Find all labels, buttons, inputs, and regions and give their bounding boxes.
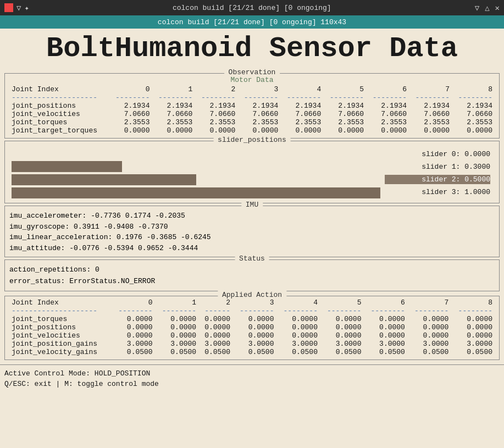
pin-icon[interactable]: ✦	[24, 3, 29, 13]
cell-3: 2.3553	[237, 118, 280, 126]
slider-bar-3	[12, 187, 380, 198]
cell-6: 2.3553	[366, 118, 409, 126]
cell-4: 3.0000	[276, 340, 319, 348]
win-minimize-icon[interactable]: ▽	[475, 3, 479, 13]
cell-8: 7.0660	[452, 110, 495, 118]
cell-8: 0.0000	[451, 331, 495, 340]
cell-7: 0.0000	[409, 126, 452, 135]
title-bar: ▽ ✦ colcon build [21/21 done] [0 ongoing…	[0, 0, 504, 15]
table-row: joint_velocities0.00000.00000.00000.0000…	[9, 331, 495, 340]
cell-0: 0.0000	[109, 126, 152, 135]
cell-5: 0.0000	[323, 126, 366, 135]
cell-5: 0.0000	[320, 323, 363, 331]
col-0: 0	[109, 85, 152, 93]
imu-line: imu_attitude: -0.0776 -0.5394 0.9652 -0.…	[9, 243, 495, 254]
table-row: joint_torques2.35532.35532.35532.35532.3…	[9, 118, 495, 126]
slider-fill-1	[12, 161, 122, 172]
applied-action-table: Joint Index 0 1 2 3 4 5 6 7 8 ----------…	[9, 298, 495, 356]
cell-1: 3.0000	[155, 340, 198, 348]
cell-3: 0.0500	[232, 348, 276, 356]
slider-label-3: slider 3: 1.0000	[385, 187, 490, 197]
status-label: Status	[235, 255, 269, 263]
cell-1: 2.3553	[152, 118, 195, 126]
window-right-icons: ▽ △ ✕	[475, 3, 500, 13]
aa-sep-row: -------------------- -------- -------- -…	[9, 307, 495, 315]
row-name: joint_torques	[9, 315, 111, 323]
cell-1: 0.0000	[155, 323, 198, 331]
minimize-icon[interactable]: ▽	[16, 3, 21, 13]
cell-7: 0.0000	[407, 315, 451, 323]
imu-line: imu_linear_acceleration: 0.1976 -0.3685 …	[9, 232, 495, 243]
cell-1: 0.0000	[155, 315, 198, 323]
row-name: joint_torques	[9, 118, 109, 126]
aa-col-joint-index: Joint Index	[9, 298, 111, 307]
cell-1: 0.0500	[155, 348, 198, 356]
cell-7: 0.0500	[407, 348, 451, 356]
row-name: joint_position_gains	[9, 340, 111, 348]
cell-3: 0.0000	[232, 331, 276, 340]
cell-5: 7.0660	[323, 110, 366, 118]
win-maximize-icon[interactable]: △	[485, 3, 489, 13]
status-section: Status action_repetitions: 0error_status…	[4, 259, 500, 291]
status-line: error_status: ErrorStatus.NO_ERROR	[9, 276, 495, 287]
cell-0: 0.0500	[111, 348, 154, 356]
footer: Active Control Mode: HOLD_POSITION Q/ESC…	[0, 364, 504, 391]
win-close-icon[interactable]: ✕	[495, 3, 500, 13]
page-title: BoltHumanoid Sensor Data	[4, 31, 500, 68]
cell-4: 2.3553	[280, 118, 323, 126]
slider-label-2: slider 2: 0.5000	[385, 175, 490, 184]
cell-2: 0.0000	[198, 331, 232, 340]
cell-1: 7.0660	[152, 110, 195, 118]
cell-6: 0.0000	[363, 323, 407, 331]
footer-line1: Active Control Mode: HOLD_POSITION	[4, 368, 500, 379]
slider-fill-2	[12, 174, 196, 185]
aa-header-row: Joint Index 0 1 2 3 4 5 6 7 8	[9, 298, 495, 307]
observation-label: Observation	[224, 68, 280, 76]
col-6: 6	[366, 85, 409, 93]
cell-8: 2.3553	[452, 118, 495, 126]
imu-section: IMU imu_accelerometer: -0.7736 0.1774 -0…	[4, 206, 500, 257]
cell-4: 2.1934	[280, 102, 323, 110]
window-title: colcon build [21/21 done] [0 ongoing]	[29, 4, 475, 12]
cell-0: 0.0000	[111, 315, 154, 323]
table-row: joint_velocity_gains0.05000.05000.05000.…	[9, 348, 495, 356]
cell-4: 7.0660	[280, 110, 323, 118]
imu-label: IMU	[241, 201, 263, 209]
cell-8: 0.0000	[451, 323, 495, 331]
table-sep-row: -------------------- -------- -------- -…	[9, 93, 495, 102]
cell-5: 0.0500	[320, 348, 363, 356]
cell-5: 0.0000	[320, 331, 363, 340]
app-icon	[4, 3, 13, 12]
table-row: joint_positions0.00000.00000.00000.00000…	[9, 323, 495, 331]
cell-4: 0.0000	[276, 315, 319, 323]
subtitle-bar: colcon build [21/21 done] [0 ongoing] 11…	[0, 15, 504, 29]
cell-0: 7.0660	[109, 110, 152, 118]
cell-3: 2.1934	[237, 102, 280, 110]
status-line: action_repetitions: 0	[9, 264, 495, 276]
cell-5: 3.0000	[320, 340, 363, 348]
col-5: 5	[323, 85, 366, 93]
footer-line2: Q/ESC: exit | M: toggle control mode	[4, 379, 500, 390]
slider-bar-2	[12, 174, 380, 185]
table-row: joint_position_gains3.00003.00003.00003.…	[9, 340, 495, 348]
cell-8: 2.1934	[452, 102, 495, 110]
slider-bar-1	[12, 161, 380, 172]
col-8: 8	[452, 85, 495, 93]
cell-1: 0.0000	[155, 331, 198, 340]
motor-data-table: Joint Index 0 1 2 3 4 5 6 7 8 ----------…	[9, 85, 495, 135]
slider-fill-3	[12, 187, 380, 198]
cell-7: 0.0000	[407, 323, 451, 331]
slider-label-0: slider 0: 0.0000	[385, 150, 490, 159]
imu-line: imu_gyroscope: 0.3911 -0.9408 -0.7370	[9, 222, 495, 233]
cell-7: 2.3553	[409, 118, 452, 126]
cell-8: 3.0000	[451, 340, 495, 348]
cell-3: 7.0660	[237, 110, 280, 118]
cell-4: 0.0000	[276, 331, 319, 340]
imu-content: imu_accelerometer: -0.7736 0.1774 -0.203…	[9, 208, 495, 253]
table-row: joint_velocities7.06607.06607.06607.0660…	[9, 110, 495, 118]
col-1: 1	[152, 85, 195, 93]
cell-3: 0.0000	[232, 323, 276, 331]
cell-2: 3.0000	[198, 340, 232, 348]
row-name: joint_velocities	[9, 110, 109, 118]
cell-1: 2.1934	[152, 102, 195, 110]
